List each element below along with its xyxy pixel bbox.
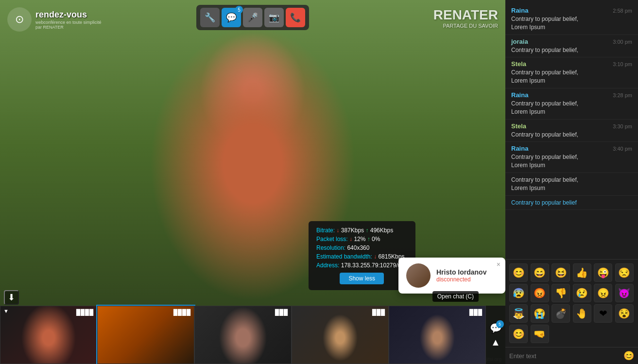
emoji-button-8[interactable]: 👎 [552,284,570,302]
thumb-5-signal: ▉▉▉ [469,309,483,316]
disconnected-status: disconnected [436,276,486,283]
emoji-button-3[interactable]: 👍 [573,263,591,282]
chat-message-1: joraia 3:00 pm Contrary to popular belie… [505,35,638,58]
renater-logo: RENATER PARTAGE DU SAVOIR [433,7,498,29]
thumbnail-1[interactable]: ▼ ▉▉▉▉ [0,306,97,364]
emoji-button-9[interactable]: 😢 [573,284,591,302]
disconnected-close-button[interactable]: × [497,260,500,268]
chat-icon: 💬 [226,12,237,23]
chat-badge: 5 [235,6,243,14]
chat-msg-header-3: Raina 3:28 pm [511,91,632,99]
emoji-button-18[interactable]: 😊 [509,325,528,343]
tools-button[interactable]: 🔧 [200,8,220,27]
chat-message-4: Stela 3:30 pm Contrary to popular belief… [505,120,638,142]
chat-msg-name-2: Stela [511,60,526,68]
emoji-button-17[interactable]: 😵 [615,304,634,323]
show-less-button[interactable]: Show less [340,273,384,284]
main-video-area: ⊙ rendez-vous webconférence en toute sim… [0,0,505,364]
stats-bitrate-down: 387Kbps [341,227,364,234]
emoji-button-12[interactable]: 👼 [509,304,528,323]
thumbnail-4[interactable]: ▉▉▉ [292,306,389,364]
stats-resolution-val: 640x360 [347,244,369,251]
chat-msg-text-6: Contrary to popular belief,Lorem Ipsum [511,176,632,192]
emoji-button-1[interactable]: 😄 [531,263,549,282]
emoji-button-4[interactable]: 😜 [594,263,612,282]
emoji-button-15[interactable]: 🤚 [573,304,591,323]
stats-address-label: Address: [316,262,339,269]
stats-bitrate-down-icon: ↓ [336,227,341,234]
stats-packet-down-icon: ↓ [349,236,354,243]
thumbnail-5[interactable]: ▉▉▉ [389,306,486,364]
emoji-button-2[interactable]: 😆 [552,263,570,282]
chat-emoji-button[interactable]: 😊 [623,350,634,361]
stats-packet-row: Packet loss: ↓ 12% ↑ 0% [316,236,408,243]
camera-icon: 📷 [269,12,279,23]
chat-msg-time-4: 3:30 pm [613,123,632,129]
emoji-button-13[interactable]: 😭 [531,304,549,323]
chat-message-5: Raina 3:40 pm Contrary to popular belief… [505,142,638,173]
chat-msg-header-0: Raina 2:58 pm [511,7,632,14]
logo-title: rendez-vous [35,10,87,19]
thumbnail-2[interactable]: ▉▉▉▉ [97,306,194,364]
chat-messages: Raina 2:58 pm Contrary to popular belief… [505,0,638,259]
chat-input[interactable] [509,352,621,360]
thumb-1-collapse-icon: ▼ [3,308,9,314]
strip-chat-badge: 5 [496,320,504,328]
chat-msg-header-4: Stela 3:30 pm [511,122,632,130]
thumb-2-signal: ▉▉▉▉ [173,309,191,316]
emoji-button-19[interactable]: 🤜 [531,325,549,343]
disconnected-info: Hristo Iordanov disconnected [436,268,486,283]
chat-msg-time-2: 3:10 pm [613,61,632,67]
stats-packet-label: Packet loss: [316,236,348,243]
chat-msg-header-5: Raina 3:40 pm [511,145,632,152]
strip-chat-wrapper: 💬 5 [490,322,502,334]
hangup-icon: 📞 [290,12,301,23]
stats-bandwidth-row: Estimated bandwidth: ↓ 6815Kbps [316,253,408,260]
chat-message-7: Contrary to popular belief [505,196,638,210]
emoji-button-11[interactable]: 😈 [615,284,634,302]
emoji-button-10[interactable]: 😠 [594,284,612,302]
logo-subtitle: webconférence en toute simplicité [35,20,102,25]
chat-message-2: Stela 3:10 pm Contrary to popular belief… [505,57,638,88]
camera-button[interactable]: 📷 [264,8,284,27]
chat-message-0: Raina 2:58 pm Contrary to popular belief… [505,4,638,35]
chat-msg-text-7[interactable]: Contrary to popular belief [511,199,632,207]
chat-msg-name-0: Raina [511,7,528,14]
mic-button[interactable]: 🎤 [243,8,262,27]
stats-packet-up-icon: ↑ [367,236,372,243]
toolbar: 🔧 💬 5 🎤 📷 📞 [196,5,309,30]
thumb-3-signal: ▉▉▉ [275,309,288,316]
chat-msg-name-1: joraia [511,38,528,45]
chat-msg-header-2: Stela 3:10 pm [511,60,632,68]
stats-resolution-label: Resolution: [316,244,345,251]
thumbnail-3[interactable]: ▉▉▉ [194,306,292,364]
chat-msg-text-2: Contrary to popular belief,Lorem Ipsum [511,69,632,85]
stats-bandwidth-label: Estimated bandwidth: [316,253,372,260]
renater-sub: PARTAGE DU SAVOIR [433,23,498,29]
logo-by: par RENATER [35,25,102,30]
thumbnail-strip: ▼ ▉▉▉▉ ▉▉▉▉ ▉▉▉ ▉▉▉ [0,306,505,364]
tools-icon: 🔧 [205,12,215,23]
download-button[interactable]: ⬇ [4,290,19,305]
chat-input-area: 😊 [505,347,638,364]
emoji-button-16[interactable]: ❤ [594,304,612,323]
chat-msg-text-5: Contrary to popular belief,Lorem Ipsum [511,153,632,170]
hangup-button[interactable]: 📞 [286,8,305,27]
emoji-button-5[interactable]: 😒 [615,263,634,282]
chat-msg-text-4: Contrary to popular belief, [511,131,632,139]
logo-text: rendez-vous webconférence en toute simpl… [35,10,102,30]
strip-scroll-button[interactable]: ▲ [491,337,500,348]
thumb-4-signal: ▉▉▉ [372,309,385,316]
emoji-button-6[interactable]: 😰 [509,284,528,302]
stats-packet-down: 12% [354,236,365,243]
chat-msg-name-4: Stela [511,122,526,130]
chat-button[interactable]: 💬 5 [222,8,241,27]
stats-bitrate-label: Bitrate: [316,227,335,234]
open-chat-tooltip: Open chat (C) [432,291,479,302]
chat-msg-time-0: 2:58 pm [613,8,632,14]
chat-msg-text-3: Contrary to popular belief,Lorem Ipsum [511,100,632,116]
chat-msg-time-5: 3:40 pm [613,146,632,152]
emoji-button-14[interactable]: 💣 [552,304,570,323]
emoji-button-7[interactable]: 😡 [531,284,549,302]
emoji-button-0[interactable]: 😊 [509,263,528,282]
